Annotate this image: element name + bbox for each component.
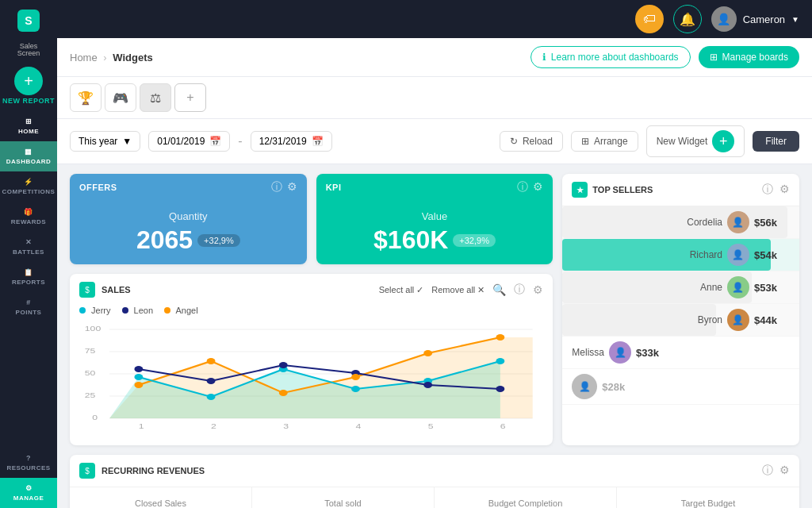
competitions-icon: ⚡: [24, 178, 33, 186]
learn-more-button[interactable]: ℹ Learn more about dashboards: [530, 46, 691, 68]
date-from-input[interactable]: 01/01/2019 📅: [148, 131, 230, 152]
home-icon: ⊞: [25, 117, 33, 125]
select-all-button[interactable]: Select all ✓: [379, 285, 424, 295]
info-icon[interactable]: ⓘ: [271, 180, 282, 194]
breadcrumb-current: Widgets: [113, 52, 152, 64]
tag-button[interactable]: 🏷: [635, 5, 664, 33]
new-report-button[interactable]: +: [14, 67, 43, 95]
info-icon[interactable]: ⓘ: [514, 283, 525, 297]
recurring-body: Closed Sales 317 Total sold $696 285 Bud…: [70, 487, 799, 508]
metric-label: Budget Completion: [447, 498, 603, 508]
filter-bar: This year ▼ 01/01/2019 📅 - 12/31/2019 📅 …: [57, 119, 812, 164]
svg-text:0: 0: [92, 414, 98, 421]
sidebar-item-resources[interactable]: ? RESOURCES: [0, 448, 57, 478]
new-widget-plus-icon: +: [712, 130, 734, 152]
offers-header: OFFERS ⓘ ⚙: [70, 174, 307, 201]
metric-closed-sales: Closed Sales 317: [70, 487, 252, 508]
metric-budget-completion: Budget Completion 57%: [435, 487, 617, 508]
settings-icon[interactable]: ⚙: [533, 180, 543, 194]
user-menu[interactable]: 👤 Cameron ▼: [711, 6, 799, 32]
offers-value: 2065: [136, 225, 193, 255]
recurring-header-icons: ⓘ ⚙: [762, 464, 790, 478]
sidebar-item-competitions[interactable]: ⚡ COMPETITIONS: [0, 171, 57, 202]
chart-legend: Jerry Leon Angel: [79, 306, 543, 315]
seller-row: Melissa 👤 $33k: [562, 337, 799, 369]
kpi-body: Value $160K +32,9%: [316, 201, 553, 264]
date-preset-select[interactable]: This year ▼: [70, 131, 140, 152]
add-tab-button[interactable]: +: [174, 83, 206, 112]
topbar: 🏷 🔔 👤 Cameron ▼: [57, 0, 812, 38]
logo-icon: S: [17, 10, 40, 32]
metric-label: Target Budget: [630, 498, 787, 508]
manage-icon: ⚙: [25, 484, 33, 492]
chart-area: Jerry Leon Angel 10: [70, 306, 553, 445]
username: Cameron: [743, 13, 785, 25]
svg-text:3: 3: [283, 422, 289, 430]
reload-button[interactable]: ↻ Reload: [500, 131, 563, 152]
kpi-value: $160K: [373, 225, 448, 255]
legend-jerry: Jerry: [79, 306, 111, 315]
sales-header: $ SALES Select all ✓ Remove all ✕ 🔍: [70, 274, 553, 306]
svg-point-33: [351, 374, 360, 380]
settings-icon[interactable]: ⚙: [779, 464, 790, 478]
sales-chart: 100 75 50 25 0 1 2 3: [79, 321, 543, 433]
arrange-button[interactable]: ⊞ Arrange: [571, 131, 638, 152]
top-sellers-list: Cordelia 👤 $56k Richard 👤 $54k Ann: [562, 206, 799, 405]
info-icon[interactable]: ⓘ: [517, 180, 528, 194]
seller-avatar: 👤: [727, 309, 749, 331]
sidebar-item-rewards[interactable]: 🎁 REWARDS: [0, 202, 57, 232]
svg-point-26: [279, 362, 288, 368]
offers-subtitle: Quantity: [79, 210, 297, 222]
seller-amount: $44k: [754, 314, 790, 326]
sidebar-item-battles[interactable]: ✕ BATTLES: [0, 232, 57, 262]
sidebar-item-manage[interactable]: ⚙ MANAGE: [0, 478, 57, 508]
info-icon[interactable]: ⓘ: [762, 183, 773, 197]
settings-icon[interactable]: ⚙: [533, 283, 543, 296]
date-to-input[interactable]: 12/31/2019 📅: [251, 131, 332, 152]
seller-amount: $56k: [754, 217, 790, 229]
seller-row: Byron 👤 $44k: [562, 304, 799, 337]
search-button[interactable]: 🔍: [492, 283, 506, 296]
dashboard-grid: OFFERS ⓘ ⚙ Quantity 2065 +32,9%: [57, 164, 812, 508]
info-icon[interactable]: ⓘ: [762, 464, 773, 478]
seller-row: 👤 $28k: [562, 369, 799, 405]
svg-text:5: 5: [428, 422, 434, 430]
metric-label: Total sold: [265, 498, 421, 508]
sidebar-item-points[interactable]: # POINTS: [0, 292, 57, 322]
svg-point-34: [423, 350, 432, 356]
rewards-icon: 🎁: [24, 208, 33, 216]
remove-all-button[interactable]: Remove all ✕: [431, 285, 485, 295]
sidebar-item-dashboard[interactable]: ▦ DASHBOARD: [0, 141, 57, 171]
offers-badge: +32,9%: [197, 234, 240, 247]
breadcrumb-home[interactable]: Home: [70, 52, 98, 64]
seller-name: Byron: [698, 314, 722, 325]
svg-point-29: [496, 386, 504, 392]
filter-bar-right: ↻ Reload ⊞ Arrange New Widget + Filter: [500, 125, 799, 157]
sidebar-item-home[interactable]: ⊞ HOME: [0, 111, 57, 141]
settings-icon[interactable]: ⚙: [287, 180, 297, 194]
recurring-title: RECURRING REVENUES: [102, 466, 205, 475]
checkmark-icon: ✓: [416, 285, 423, 295]
svg-text:75: 75: [85, 347, 96, 355]
svg-point-18: [134, 374, 143, 380]
chevron-down-icon: ▼: [791, 15, 799, 24]
arrange-icon: ⊞: [581, 136, 589, 147]
new-widget-button[interactable]: New Widget +: [646, 125, 745, 157]
sales-icon: $: [79, 282, 95, 298]
breadcrumb: Home › Widgets: [70, 52, 153, 64]
legend-leon: Leon: [122, 306, 154, 315]
trophy-tab[interactable]: 🏆: [70, 83, 102, 112]
svg-point-35: [496, 334, 504, 341]
filter-button[interactable]: Filter: [753, 131, 799, 152]
seller-name: Richard: [690, 249, 722, 260]
manage-boards-button[interactable]: ⊞ Manage boards: [699, 46, 799, 68]
sales-widget: $ SALES Select all ✓ Remove all ✕ 🔍: [70, 274, 553, 445]
sidebar-item-reports[interactable]: 📋 REPORTS: [0, 262, 57, 292]
gamepad-tab[interactable]: 🎮: [105, 83, 136, 112]
svg-text:6: 6: [500, 422, 506, 430]
settings-icon[interactable]: ⚙: [779, 183, 790, 197]
notification-button[interactable]: 🔔: [673, 5, 702, 33]
offers-title: OFFERS: [79, 183, 117, 192]
scale-tab[interactable]: ⚖: [140, 83, 171, 112]
kpi-title: KPI: [326, 183, 342, 192]
